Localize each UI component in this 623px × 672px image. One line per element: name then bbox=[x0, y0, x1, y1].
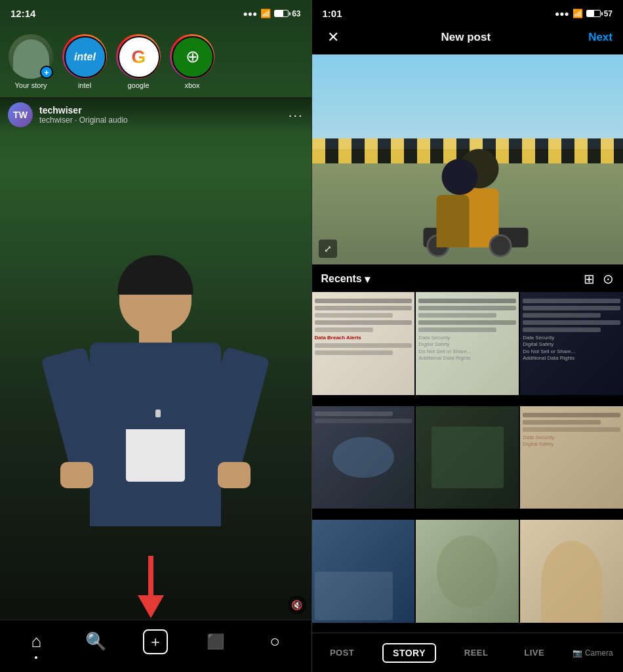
grid-item[interactable] bbox=[416, 406, 519, 509]
right-signal-icon: ●●● bbox=[555, 9, 569, 18]
post-header: TW techwiser techwiser · Original audio … bbox=[0, 97, 312, 133]
photo-scene bbox=[312, 54, 624, 264]
post-info: techwiser techwiser · Original audio bbox=[39, 105, 289, 125]
grid-view-icon[interactable]: ⊞ bbox=[584, 271, 595, 287]
bottom-nav: ⌂ 🔍 ＋ ⬛ ○ bbox=[0, 620, 312, 672]
story-item-google[interactable]: G google bbox=[115, 34, 161, 89]
post-username: techwiser bbox=[39, 105, 289, 116]
grid-text-0: Data Breach Alerts bbox=[312, 292, 415, 395]
battery-pct: 63 bbox=[292, 9, 300, 18]
right-status-icons: ●●● 📶 57 bbox=[555, 9, 613, 18]
right-panel: 1:01 ●●● 📶 57 ✕ New post Next bbox=[312, 0, 624, 672]
mute-button[interactable]: 🔇 bbox=[288, 596, 306, 614]
grid-text-5: Data Security Digital Safety bbox=[520, 406, 623, 509]
xbox-avatar: ⊕ bbox=[172, 36, 214, 78]
left-time: 12:14 bbox=[10, 8, 35, 19]
tab-post[interactable]: POST bbox=[322, 644, 362, 662]
right-time: 1:01 bbox=[323, 8, 342, 19]
grid-item[interactable] bbox=[312, 406, 415, 509]
your-story-avatar[interactable]: + bbox=[9, 34, 53, 79]
grid-item[interactable] bbox=[312, 520, 415, 623]
intel-avatar: intel bbox=[64, 36, 106, 78]
google-story-label: google bbox=[127, 81, 149, 89]
expand-button[interactable]: ⤢ bbox=[319, 240, 337, 258]
profile-icon: ○ bbox=[270, 631, 280, 652]
tab-live[interactable]: LIVE bbox=[516, 644, 552, 662]
camera-switch-icon[interactable]: ⊙ bbox=[603, 271, 614, 287]
add-post-button[interactable]: ＋ bbox=[143, 629, 168, 654]
arrow-overlay bbox=[138, 559, 164, 618]
right-status-bar: 1:01 ●●● 📶 57 bbox=[312, 0, 624, 23]
grid-item[interactable]: Data Security Digital Safety Do Not Sell… bbox=[520, 292, 623, 395]
tab-reel[interactable]: REEL bbox=[456, 644, 496, 662]
camera-label: Camera bbox=[585, 648, 613, 658]
left-status-icons: ●●● 📶 63 bbox=[243, 9, 300, 18]
nav-reels[interactable]: ⬛ bbox=[199, 626, 231, 658]
photo-grid: Data Breach Alerts Data Security Digital… bbox=[312, 292, 624, 633]
new-post-title: New post bbox=[441, 31, 491, 44]
nav-home[interactable]: ⌂ bbox=[20, 626, 52, 658]
camera-icon: 📷 bbox=[573, 648, 582, 658]
right-wifi-icon: 📶 bbox=[573, 9, 583, 18]
search-icon: 🔍 bbox=[85, 631, 106, 652]
grid-item[interactable] bbox=[416, 520, 519, 623]
right-battery-icon bbox=[586, 10, 601, 17]
your-story-label: Your story bbox=[14, 81, 47, 89]
grid-item[interactable]: Data Breach Alerts bbox=[312, 292, 415, 395]
google-avatar: G bbox=[118, 36, 160, 78]
nav-search[interactable]: 🔍 bbox=[80, 626, 111, 658]
grid-text-1: Data Security Digital Safety Do Not Sell… bbox=[416, 292, 519, 395]
right-battery-pct: 57 bbox=[604, 9, 613, 18]
post-menu-button[interactable]: ··· bbox=[289, 108, 304, 123]
tab-story[interactable]: STORY bbox=[382, 643, 436, 663]
arrow-shaft bbox=[148, 556, 153, 595]
wifi-icon: 📶 bbox=[260, 9, 271, 18]
intel-story-label: intel bbox=[78, 81, 91, 89]
recents-icon-group: ⊞ ⊙ bbox=[584, 271, 614, 287]
battery-icon bbox=[274, 10, 289, 17]
signal-icon: ●●● bbox=[243, 9, 257, 18]
left-status-bar: 12:14 ●●● 📶 63 bbox=[0, 0, 312, 23]
post-avatar: TW bbox=[8, 102, 33, 127]
xbox-story-label: xbox bbox=[184, 81, 199, 89]
post-subtitle: techwiser · Original audio bbox=[39, 116, 289, 125]
recents-label: Recents bbox=[321, 273, 362, 285]
sky-bg bbox=[312, 54, 624, 149]
recents-chevron: ▾ bbox=[365, 273, 370, 285]
add-story-badge[interactable]: + bbox=[40, 66, 53, 79]
arrow-head bbox=[138, 595, 164, 618]
next-button[interactable]: Next bbox=[588, 31, 613, 44]
photo-preview: ⤢ bbox=[312, 54, 624, 264]
nav-profile[interactable]: ○ bbox=[259, 626, 291, 658]
recents-title[interactable]: Recents ▾ bbox=[321, 273, 370, 285]
recents-header: Recents ▾ ⊞ ⊙ bbox=[312, 264, 624, 292]
grid-text-2: Data Security Digital Safety Do Not Sell… bbox=[520, 292, 623, 395]
media-tab-bar: POST STORY REEL LIVE 📷 Camera bbox=[312, 633, 624, 672]
nav-add[interactable]: ＋ bbox=[140, 626, 171, 658]
grid-item[interactable]: Data Security Digital Safety Do Not Sell… bbox=[416, 292, 519, 395]
story-item-xbox[interactable]: ⊕ xbox bbox=[169, 34, 215, 89]
left-panel: 12:14 ●●● 📶 63 + Your stor bbox=[0, 0, 312, 672]
grid-item[interactable] bbox=[520, 520, 623, 623]
expand-icon: ⤢ bbox=[324, 243, 332, 254]
camera-button[interactable]: 📷 Camera bbox=[573, 648, 613, 658]
plus-icon: ＋ bbox=[148, 632, 163, 652]
home-icon: ⌂ bbox=[31, 631, 42, 652]
story-item-your-story[interactable]: + Your story bbox=[8, 34, 54, 89]
close-icon: ✕ bbox=[327, 29, 339, 46]
reels-icon: ⬛ bbox=[207, 633, 224, 650]
grid-item[interactable]: Data Security Digital Safety bbox=[520, 406, 623, 509]
story-item-intel[interactable]: intel intel bbox=[62, 34, 108, 89]
new-post-header: ✕ New post Next bbox=[312, 23, 624, 54]
close-button[interactable]: ✕ bbox=[323, 27, 344, 48]
